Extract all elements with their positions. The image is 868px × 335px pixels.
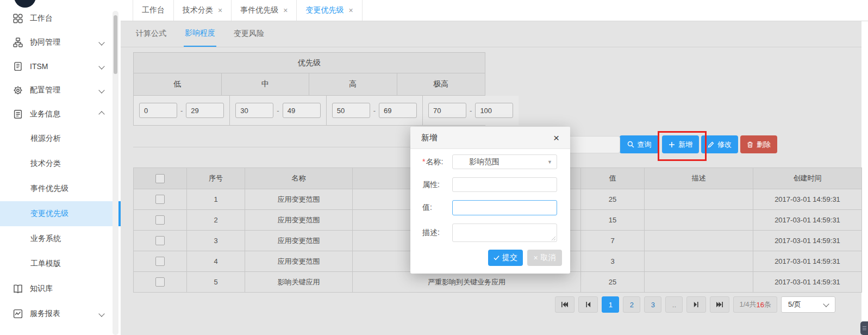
sidebar-item-root-analysis[interactable]: 根源分析 — [0, 126, 121, 151]
tab-label: 技术分类 — [183, 5, 213, 15]
tab-incident-priority[interactable]: 事件优先级 × — [232, 0, 297, 21]
sidebar-item-knowledge[interactable]: 知识库 — [0, 276, 111, 301]
sidebar-item-incident-priority[interactable]: 事件优先级 — [0, 176, 121, 201]
subtab-label: 计算公式 — [136, 29, 166, 39]
cancel-button[interactable]: × 取消 — [527, 250, 562, 266]
sidebar-item-change-priority[interactable]: 变更优先级 — [0, 201, 121, 226]
subtab-change-risk[interactable]: 变更风险 — [233, 21, 265, 47]
range-min-input[interactable] — [332, 103, 370, 118]
resize-handle-icon[interactable] — [551, 236, 556, 241]
subtab-formula[interactable]: 计算公式 — [135, 21, 167, 47]
button-label: 取消 — [541, 253, 556, 263]
priority-title: 优先级 — [134, 53, 485, 73]
close-icon[interactable]: × — [348, 7, 353, 14]
cell-desc — [645, 231, 753, 251]
cell-created: 2017-03-01 14:59:31 — [753, 251, 862, 272]
tab-tech-category[interactable]: 技术分类 × — [174, 0, 232, 21]
sidebar-item-workbench[interactable]: 工作台 — [0, 7, 111, 30]
name-select[interactable]: 影响范围 ▼ — [452, 154, 557, 169]
sidebar-scrollbar-thumb[interactable] — [114, 15, 117, 74]
tab-change-priority[interactable]: 变更优先级 × — [297, 0, 362, 21]
range-min-input[interactable] — [428, 103, 466, 118]
add-button[interactable]: 新增 — [662, 135, 699, 153]
button-label: 查询 — [638, 140, 652, 150]
page-ellipsis[interactable]: .. — [665, 296, 683, 313]
chevron-down-icon — [98, 311, 104, 317]
row-checkbox[interactable] — [155, 277, 165, 287]
modify-button[interactable]: 修改 — [701, 135, 738, 153]
header-checkbox-cell — [134, 168, 187, 189]
first-page-button[interactable] — [555, 296, 574, 313]
sidebar-item-collab[interactable]: 协同管理 — [0, 30, 111, 54]
next-page-button[interactable] — [686, 296, 706, 313]
value-label: 值: — [422, 203, 452, 213]
priority-level-medium: 中 — [222, 73, 310, 96]
form-row-value: 值: — [422, 200, 562, 215]
row-checkbox[interactable] — [155, 257, 165, 266]
range-max-input[interactable] — [379, 103, 417, 118]
range-max-input[interactable] — [283, 103, 321, 118]
desc-textarea[interactable] — [452, 224, 557, 242]
tab-workbench[interactable]: 工作台 — [133, 0, 174, 21]
cell-seq: 1 — [187, 189, 245, 210]
close-icon[interactable]: × — [218, 7, 222, 14]
floating-widget[interactable] — [860, 321, 868, 335]
cell-created: 2017-03-01 14:59:31 — [753, 231, 862, 251]
add-dialog: 新增 × *名称: 影响范围 ▼ 属性: 值: 描述: — [410, 127, 570, 274]
attr-input[interactable] — [452, 177, 557, 192]
cell-created: 2017-03-01 14:59:31 — [753, 189, 862, 210]
row-checkbox[interactable] — [155, 195, 165, 204]
range-separator: - — [180, 107, 183, 115]
tab-bar: 工作台 技术分类 × 事件优先级 × 变更优先级 × — [121, 0, 868, 21]
sidebar-item-tech-category[interactable]: 技术分类 — [0, 151, 121, 176]
button-label: 提交 — [502, 253, 517, 263]
row-checkbox[interactable] — [155, 215, 165, 225]
sidebar-item-config[interactable]: 配置管理 — [0, 78, 111, 102]
page-button-2[interactable]: 2 — [623, 296, 640, 313]
range-separator: - — [373, 107, 376, 115]
page-info: 1/4共16条 — [733, 296, 777, 313]
page-size-select[interactable]: 5/页 — [781, 296, 835, 313]
range-min-input[interactable] — [235, 103, 273, 118]
search-button[interactable]: 查询 — [620, 135, 659, 153]
header-name: 名称 — [245, 168, 353, 189]
divider — [121, 47, 861, 47]
submit-button[interactable]: 提交 — [488, 250, 523, 266]
header-created: 创建时间 — [753, 168, 862, 189]
page-button-3[interactable]: 3 — [644, 296, 661, 313]
range-max-input[interactable] — [186, 103, 224, 118]
last-page-button[interactable] — [710, 296, 729, 313]
book-icon — [13, 284, 23, 294]
sidebar-item-label: 协同管理 — [30, 38, 60, 47]
sub-tab-bar: 计算公式 影响程度 变更风险 — [135, 21, 265, 47]
row-checkbox[interactable] — [155, 236, 165, 245]
sidebar-item-business[interactable]: 业务信息 — [0, 102, 111, 126]
form-row-name: *名称: 影响范围 ▼ — [422, 154, 562, 169]
range-min-input[interactable] — [139, 103, 177, 118]
sidebar-item-business-system[interactable]: 业务系统 — [0, 226, 121, 251]
subtab-impact[interactable]: 影响程度 — [184, 21, 216, 47]
close-icon[interactable]: × — [553, 133, 559, 143]
prev-page-button[interactable] — [578, 296, 598, 313]
select-all-checkbox[interactable] — [155, 174, 165, 183]
button-label: 新增 — [678, 140, 692, 150]
chevron-down-icon — [98, 63, 104, 69]
close-icon[interactable]: × — [283, 7, 288, 14]
cell-created: 2017-03-01 14:59:31 — [753, 210, 862, 231]
cell-name: 应用变更范围 — [245, 231, 353, 251]
cell-name: 应用变更范围 — [245, 189, 353, 210]
cell-value: 25 — [581, 272, 645, 293]
cell-created: 2017-03-01 14:59:31 — [753, 272, 862, 293]
range-max-input[interactable] — [475, 103, 513, 118]
sidebar-item-ticket-template[interactable]: 工单模版 — [0, 251, 121, 276]
grid-icon — [13, 14, 23, 23]
page-button-1[interactable]: 1 — [602, 296, 619, 313]
attr-label: 属性: — [422, 180, 452, 190]
page-info-text: 条 — [764, 300, 771, 309]
sidebar-item-service-report[interactable]: 服务报表 — [0, 301, 111, 326]
table-row[interactable]: 5 影响关键应用 严重影响到关键业务应用 25 2017-03-01 14:59… — [134, 272, 862, 293]
sidebar-item-itsm[interactable]: ITSM — [0, 54, 111, 78]
delete-button[interactable]: 删除 — [740, 135, 777, 153]
value-input[interactable] — [452, 200, 557, 215]
range-separator: - — [470, 107, 472, 115]
